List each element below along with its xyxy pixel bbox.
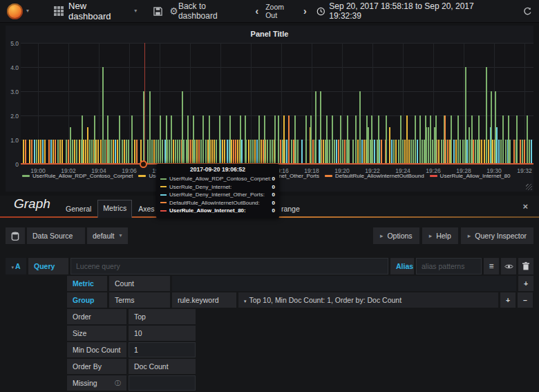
chart-bar bbox=[291, 140, 292, 164]
query-toggle-visibility-button[interactable] bbox=[501, 258, 516, 274]
chart-bar bbox=[334, 140, 335, 164]
chart-bar bbox=[465, 67, 466, 164]
option-value-input[interactable] bbox=[129, 342, 196, 357]
chart-bar bbox=[488, 140, 489, 164]
chart-bar bbox=[95, 140, 97, 164]
group-by-row: Group by Terms rule.keyword ▾Top 10, Min… bbox=[67, 292, 533, 308]
chart-bar bbox=[147, 140, 149, 164]
help-button[interactable]: ▸Help bbox=[422, 227, 458, 244]
chart-bar bbox=[425, 115, 426, 164]
close-editor-button[interactable]: × bbox=[522, 201, 528, 212]
time-range-picker[interactable]: Sep 20, 2017 18:58:18 to Sep 20, 2017 19… bbox=[316, 1, 504, 21]
option-label: Order bbox=[67, 309, 126, 324]
tab-general[interactable]: General bbox=[61, 201, 96, 216]
chevron-down-icon: ▾ bbox=[244, 299, 247, 304]
tooltip-series-name: UserRule_Deny_Internet: bbox=[169, 184, 231, 190]
chart-bar bbox=[531, 140, 532, 164]
option-value-select[interactable]: Doc Count bbox=[129, 359, 196, 374]
chart-bar bbox=[68, 140, 69, 164]
navbar: ▾ New dashboard ▾ ⚙ Back to dashboard ‹ … bbox=[0, 0, 539, 23]
chart-bar bbox=[222, 140, 223, 164]
options-button[interactable]: ▸Options bbox=[373, 227, 419, 244]
time-shift-right-button[interactable]: › bbox=[303, 6, 307, 16]
chart-bar bbox=[124, 140, 125, 164]
chart-bar bbox=[158, 140, 159, 164]
alias-input[interactable] bbox=[416, 258, 482, 274]
panel-title[interactable]: Panel Title bbox=[6, 26, 533, 38]
plot-area[interactable]: 5.04.03.02.01.00 19:0019:0219:0419:0619:… bbox=[21, 43, 533, 164]
chart-bar bbox=[193, 115, 194, 164]
metric-type-select[interactable]: Count bbox=[109, 276, 170, 291]
option-value-select[interactable]: Top bbox=[129, 309, 196, 324]
chart-bar bbox=[134, 140, 135, 164]
tab-axes[interactable]: Axes bbox=[133, 201, 159, 216]
chart-bar bbox=[59, 140, 61, 164]
tooltip-series-color-icon bbox=[160, 202, 167, 203]
query-collapse-toggle[interactable]: ▾A bbox=[6, 258, 26, 274]
add-metric-button[interactable]: + bbox=[518, 276, 533, 291]
settings-button[interactable]: ⚙ bbox=[169, 6, 178, 16]
back-to-dashboard-link[interactable]: Back to dashboard bbox=[178, 1, 246, 21]
time-shift-left-button[interactable]: ‹ bbox=[255, 6, 258, 16]
legend-item[interactable]: DefaultRule_AllowInternetOutBound bbox=[325, 173, 424, 179]
chart-bar bbox=[363, 140, 365, 164]
tooltip-series-row: UserRule_Allow_RDP_Contoso_Corpnet:0 bbox=[160, 175, 275, 183]
save-button[interactable] bbox=[153, 7, 162, 16]
datasource-row: Data Source default ▾ ▸Options▸Help▸Quer… bbox=[6, 227, 533, 244]
button-label: Help bbox=[436, 227, 451, 244]
datasource-label: Data Source bbox=[27, 227, 85, 244]
legend-item[interactable]: UserRule_Allow_RDP_Contoso_Corpnet bbox=[22, 173, 133, 179]
chart-bar bbox=[491, 91, 492, 164]
alias-label: Alias bbox=[390, 258, 414, 274]
chart-bar bbox=[444, 115, 446, 164]
grafana-menu[interactable]: ▾ bbox=[7, 3, 37, 19]
chart-bar bbox=[305, 115, 307, 164]
chart-bar bbox=[348, 140, 350, 164]
tooltip-series-value: 0 bbox=[272, 192, 275, 198]
remove-group-by-button[interactable]: – bbox=[518, 292, 533, 308]
chart-bar bbox=[462, 140, 464, 164]
chart-bar bbox=[131, 115, 133, 164]
refresh-button[interactable] bbox=[523, 7, 532, 16]
chart-bar bbox=[398, 140, 399, 164]
chart-bar bbox=[270, 140, 271, 164]
chart-bar bbox=[89, 140, 91, 164]
chart-bar bbox=[374, 140, 375, 164]
chart-bar bbox=[378, 115, 379, 164]
group-by-type-select[interactable]: Terms bbox=[109, 292, 170, 308]
chart-bar bbox=[336, 140, 337, 164]
option-value-select[interactable]: 10 bbox=[129, 326, 196, 341]
chart-bar bbox=[82, 115, 83, 164]
panel-resize-handle[interactable] bbox=[526, 184, 532, 190]
y-axis-tick-label: 1.0 bbox=[6, 137, 19, 144]
zoom-out-button[interactable]: Zoom Out bbox=[265, 3, 296, 19]
tooltip-series-row: UserRule_Deny_Internet:0 bbox=[160, 183, 275, 192]
chart-bar bbox=[40, 140, 41, 164]
chart-bar bbox=[153, 140, 155, 164]
lucene-query-input[interactable] bbox=[70, 258, 388, 274]
crosshair-line bbox=[144, 43, 145, 164]
datasource-button[interactable] bbox=[6, 227, 25, 244]
dashboard-picker[interactable]: New dashboard ▾ bbox=[47, 0, 144, 23]
chart-bar bbox=[31, 140, 32, 164]
query-menu-button[interactable]: ≡ bbox=[484, 258, 499, 274]
chart-bar bbox=[389, 127, 390, 164]
datasource-select[interactable]: default ▾ bbox=[87, 227, 128, 244]
option-value-input[interactable] bbox=[129, 375, 196, 391]
chart-bar bbox=[492, 140, 493, 164]
triangle-right-icon: ▸ bbox=[429, 227, 433, 244]
tab-metrics[interactable]: Metrics bbox=[97, 200, 132, 218]
query-inspector-button[interactable]: ▸Query Inspector bbox=[461, 227, 533, 244]
chart-bar bbox=[438, 140, 439, 164]
group-by-field-select[interactable]: rule.keyword bbox=[172, 292, 236, 308]
chart-bar bbox=[107, 115, 108, 164]
chart-bar bbox=[250, 140, 252, 164]
tooltip-series-color-icon bbox=[160, 194, 167, 196]
add-group-by-button[interactable]: + bbox=[500, 292, 516, 308]
group-by-settings-toggle[interactable]: ▾Top 10, Min Doc Count: 1, Order by: Doc… bbox=[238, 292, 498, 308]
query-delete-button[interactable] bbox=[518, 258, 533, 274]
chart-bar bbox=[288, 115, 290, 164]
chart-bar bbox=[451, 115, 452, 164]
legend-item[interactable]: UserRule_Allow_Internet_80 bbox=[430, 173, 511, 179]
legend-series-name: UserRule_Allow_RDP_Contoso_Corpnet bbox=[32, 173, 133, 179]
